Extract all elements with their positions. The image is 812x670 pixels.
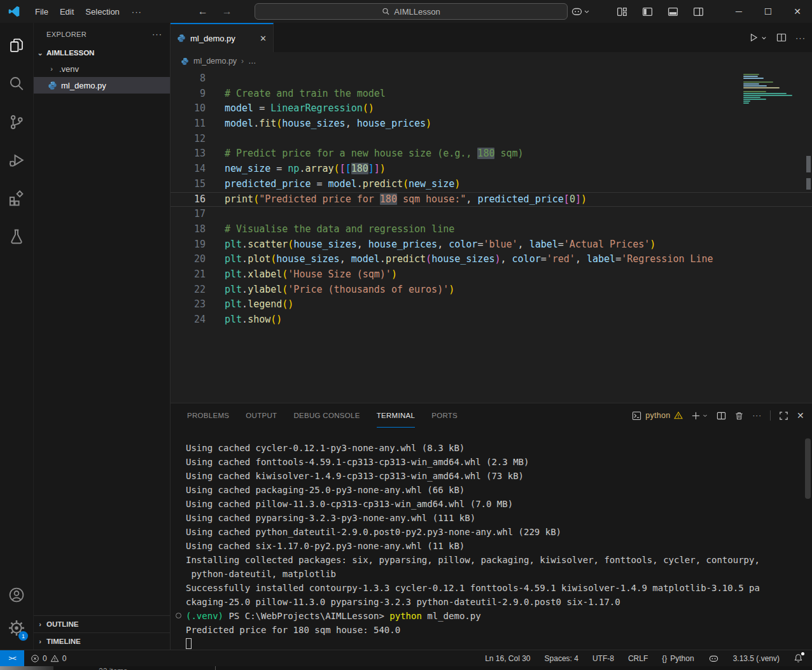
tab-terminal[interactable]: TERMINAL	[377, 403, 416, 428]
explorer-more-actions[interactable]: ···	[152, 29, 162, 39]
toggle-secondary-sidebar-icon[interactable]	[689, 0, 708, 23]
new-terminal-icon[interactable]	[691, 411, 708, 421]
maximize-button[interactable]: ☐	[753, 0, 783, 23]
source-control-icon[interactable]	[0, 107, 33, 137]
copilot-menu[interactable]	[571, 6, 591, 17]
terminal-line: Using cached pillow-11.3.0-cp313-cp313-w…	[186, 497, 804, 511]
toggle-panel-icon[interactable]	[663, 0, 682, 23]
kill-terminal-icon[interactable]	[734, 411, 744, 421]
language-mode[interactable]: {} Python	[662, 654, 694, 663]
code-line[interactable]: 13# Predict price for a new house size (…	[171, 146, 812, 162]
code-line[interactable]: 15predicted_price = model.predict(new_si…	[171, 177, 812, 192]
testing-icon[interactable]	[0, 221, 33, 252]
menu-file[interactable]: File	[29, 7, 54, 17]
panel-more-actions[interactable]: ···	[752, 412, 762, 419]
search-view-icon[interactable]	[0, 69, 33, 99]
toggle-primary-sidebar-icon[interactable]	[638, 0, 657, 23]
chevron-right-icon: ›	[36, 638, 44, 645]
split-editor-icon[interactable]	[776, 32, 787, 43]
titlebar: File Edit Selection ··· ← → AIMLLesson	[0, 0, 812, 23]
menu-overflow[interactable]: ···	[125, 7, 148, 17]
code-editor[interactable]: 89# Create and train the model10model = …	[171, 70, 812, 403]
code-line[interactable]: 12	[171, 132, 812, 147]
code-line[interactable]: 11model.fit(house_sizes, house_prices)	[171, 116, 812, 132]
tree-item-venv[interactable]: › .venv	[34, 60, 170, 77]
code-line[interactable]: 21plt.xlabel('House Size (sqm)')	[171, 267, 812, 283]
settings-gear-icon[interactable]: 1	[0, 613, 33, 643]
close-button[interactable]: ✕	[783, 0, 812, 23]
code-line[interactable]: 10model = LinearRegression()	[171, 101, 812, 116]
breadcrumb[interactable]: ml_demo.py › …	[171, 52, 812, 70]
terminal-instance[interactable]: python	[632, 411, 683, 421]
split-terminal-icon[interactable]	[717, 411, 726, 421]
command-decoration-icon[interactable]	[176, 613, 181, 618]
tab-ml-demo[interactable]: ml_demo.py ✕	[171, 23, 274, 52]
explorer-icon[interactable]	[0, 31, 33, 61]
line-text: plt.legend()	[206, 297, 293, 312]
copilot-icon	[571, 6, 583, 17]
code-line[interactable]: 16print("Predicted price for 180 sqm hou…	[171, 192, 812, 207]
encoding[interactable]: UTF-8	[592, 654, 614, 663]
tree-item-ml-demo[interactable]: ml_demo.py	[34, 77, 170, 94]
tab-problems[interactable]: PROBLEMS	[187, 403, 229, 428]
code-line[interactable]: 17	[171, 207, 812, 222]
code-line[interactable]: 19plt.scatter(house_sizes, house_prices,…	[171, 237, 812, 253]
terminal-scrollbar[interactable]	[805, 438, 811, 499]
menu-selection[interactable]: Selection	[80, 7, 125, 17]
line-number: 10	[171, 101, 206, 116]
tab-debug-console[interactable]: DEBUG CONSOLE	[293, 403, 360, 428]
line-text: plt.plot(house_sizes, model.predict(hous…	[206, 252, 713, 267]
tab-ports[interactable]: PORTS	[431, 403, 458, 428]
status-bar: >< 0 0 Ln 16, Col 30 Spaces: 4 UTF-8 CRL…	[0, 650, 812, 666]
code-line[interactable]: 14new_size = np.array([[180]])	[171, 162, 812, 177]
command-center-search[interactable]: AIMLLesson	[255, 3, 568, 20]
code-line[interactable]: 9# Create and train the model	[171, 87, 812, 102]
go-back-icon[interactable]: ←	[198, 6, 208, 17]
terminal-output[interactable]: Using cached cycler-0.12.1-py3-none-any.…	[171, 428, 812, 650]
minimap[interactable]	[743, 72, 799, 104]
go-forward-icon[interactable]: →	[222, 6, 232, 17]
code-line[interactable]: 8	[171, 71, 812, 87]
accounts-icon[interactable]	[0, 580, 33, 610]
code-line[interactable]: 23plt.legend()	[171, 297, 812, 312]
minimap-line	[743, 97, 760, 98]
run-and-debug-icon[interactable]	[0, 145, 33, 176]
terminal-line: Predicted price for 180 sqm house: 540.0	[186, 623, 804, 637]
close-panel-icon[interactable]: ✕	[797, 410, 804, 421]
code-line[interactable]: 18# Visualise the data and regression li…	[171, 222, 812, 237]
python-interpreter[interactable]: 3.13.5 (.venv)	[733, 654, 780, 663]
eol-sequence[interactable]: CRLF	[628, 654, 648, 663]
code-line[interactable]: 20plt.plot(house_sizes, model.predict(ho…	[171, 252, 812, 267]
code-line[interactable]: 22plt.ylabel('Price (thousands of euros)…	[171, 283, 812, 298]
tab-close-icon[interactable]: ✕	[260, 34, 267, 43]
minimize-button[interactable]: ─	[724, 0, 753, 23]
problems-status[interactable]: 0 0	[24, 654, 73, 663]
code-line[interactable]: 24plt.show()	[171, 312, 812, 328]
tab-bar: ml_demo.py ✕ ···	[171, 23, 812, 52]
editor-more-actions[interactable]: ···	[795, 33, 806, 43]
outline-section[interactable]: › OUTLINE	[34, 615, 170, 632]
breadcrumb-symbol: …	[248, 57, 256, 66]
terminal-line	[186, 638, 804, 650]
remote-indicator[interactable]: ><	[0, 650, 24, 667]
run-python-button[interactable]	[748, 32, 767, 43]
minimap-line	[743, 76, 758, 77]
line-number: 20	[171, 252, 206, 267]
notifications-bell-icon[interactable]	[794, 653, 803, 663]
cursor-position[interactable]: Ln 16, Col 30	[485, 654, 530, 663]
root-folder-row[interactable]: ⌄ AIMLLESSON	[34, 45, 170, 60]
chevron-down-icon	[702, 412, 708, 419]
line-text: plt.show()	[206, 312, 282, 328]
terminal-line: Using cached pyparsing-3.2.3-py3-none-an…	[186, 511, 804, 525]
copilot-status-icon[interactable]	[708, 654, 719, 663]
maximize-panel-icon[interactable]	[779, 411, 788, 421]
extensions-icon[interactable]	[0, 183, 33, 214]
timeline-section[interactable]: › TIMELINE	[34, 632, 170, 650]
customize-layout-icon[interactable]	[612, 0, 631, 23]
menu-edit[interactable]: Edit	[54, 7, 80, 17]
line-number: 21	[171, 267, 206, 283]
indentation[interactable]: Spaces: 4	[545, 654, 578, 663]
tab-output[interactable]: OUTPUT	[246, 403, 277, 428]
line-number: 19	[171, 237, 206, 253]
shell-label: python	[645, 411, 670, 420]
